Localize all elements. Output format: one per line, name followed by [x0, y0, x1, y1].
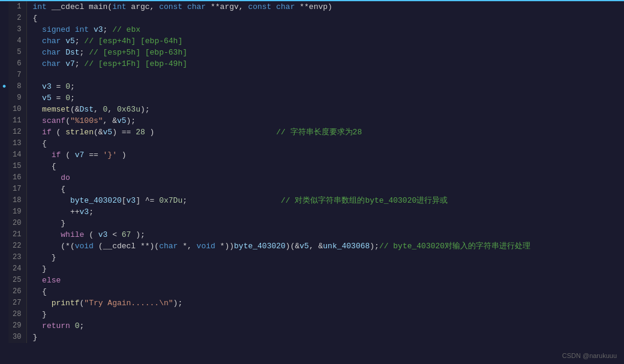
table-row: 22 (*(void (__cdecl **)(char *, void *))…	[0, 240, 624, 252]
line-number: 21	[8, 229, 26, 240]
line-content: else	[26, 275, 624, 286]
line-number: 11	[8, 115, 26, 127]
line-number: 2	[8, 13, 26, 24]
table-row: ●8 v3 = 0;	[0, 81, 624, 92]
breakpoint-dot[interactable]	[0, 275, 8, 286]
line-number: 14	[8, 149, 26, 161]
breakpoint-dot[interactable]	[0, 58, 8, 70]
table-row: 13 {	[0, 138, 624, 149]
code-table: 1int __cdecl main(int argc, const char *…	[0, 0, 624, 343]
breakpoint-dot[interactable]	[0, 47, 8, 58]
line-content: char Dst; // [esp+5h] [ebp-63h]	[26, 47, 624, 58]
line-content: }	[26, 309, 624, 320]
table-row: 16 do	[0, 172, 624, 183]
table-row: 17 {	[0, 183, 624, 195]
line-number: 26	[8, 286, 26, 297]
breakpoint-dot[interactable]	[0, 70, 8, 81]
breakpoint-dot[interactable]	[0, 24, 8, 35]
line-number: 6	[8, 58, 26, 70]
breakpoint-dot[interactable]	[0, 218, 8, 229]
line-content: v3 = 0;	[26, 81, 624, 92]
breakpoint-dot[interactable]	[0, 115, 8, 127]
table-row: 4 char v5; // [esp+4h] [ebp-64h]	[0, 35, 624, 47]
breakpoint-dot[interactable]	[0, 35, 8, 47]
line-number: 17	[8, 183, 26, 195]
table-row: 7	[0, 70, 624, 81]
line-number: 18	[8, 195, 26, 206]
line-number: 25	[8, 275, 26, 286]
breakpoint-dot[interactable]	[0, 309, 8, 320]
line-content: if ( v7 == '}' )	[26, 149, 624, 161]
breakpoint-dot[interactable]	[0, 286, 8, 297]
breakpoint-dot[interactable]	[0, 240, 8, 252]
line-content: }	[26, 263, 624, 275]
line-number: 27	[8, 297, 26, 309]
breakpoint-dot[interactable]: ●	[0, 81, 8, 92]
breakpoint-dot[interactable]	[0, 138, 8, 149]
line-content: signed int v3; // ebx	[26, 24, 624, 35]
line-content: {	[26, 183, 624, 195]
table-row: 9 v5 = 0;	[0, 92, 624, 104]
breakpoint-dot[interactable]	[0, 104, 8, 115]
table-row: 24 }	[0, 263, 624, 275]
breakpoint-dot[interactable]	[0, 206, 8, 218]
line-number: 29	[8, 320, 26, 332]
breakpoint-dot[interactable]	[0, 183, 8, 195]
line-content: }	[26, 332, 624, 343]
breakpoint-dot[interactable]	[0, 1, 8, 13]
line-number: 9	[8, 92, 26, 104]
line-content: {	[26, 286, 624, 297]
line-number: 16	[8, 172, 26, 183]
line-content: {	[26, 13, 624, 24]
line-number: 1	[8, 1, 26, 13]
breakpoint-dot[interactable]	[0, 332, 8, 343]
breakpoint-dot[interactable]	[0, 320, 8, 332]
line-content: ++v3;	[26, 206, 624, 218]
line-number: 23	[8, 252, 26, 263]
line-number: 30	[8, 332, 26, 343]
line-content: printf("Try Again......\n");	[26, 297, 624, 309]
line-number: 12	[8, 127, 26, 138]
breakpoint-dot[interactable]	[0, 127, 8, 138]
breakpoint-dot[interactable]	[0, 195, 8, 206]
table-row: 21 while ( v3 < 67 );	[0, 229, 624, 240]
line-number: 22	[8, 240, 26, 252]
breakpoint-dot[interactable]	[0, 263, 8, 275]
table-row: 6 char v7; // [esp+1Fh] [ebp-49h]	[0, 58, 624, 70]
table-row: 27 printf("Try Again......\n");	[0, 297, 624, 309]
line-content: return 0;	[26, 320, 624, 332]
line-content: scanf("%100s", &v5);	[26, 115, 624, 127]
line-number: 8	[8, 81, 26, 92]
line-content: char v5; // [esp+4h] [ebp-64h]	[26, 35, 624, 47]
table-row: 1int __cdecl main(int argc, const char *…	[0, 1, 624, 13]
line-content: (*(void (__cdecl **)(char *, void *))byt…	[26, 240, 624, 252]
line-number: 5	[8, 47, 26, 58]
table-row: 19 ++v3;	[0, 206, 624, 218]
line-content: {	[26, 161, 624, 172]
line-content: int __cdecl main(int argc, const char **…	[26, 1, 624, 13]
table-row: 20 }	[0, 218, 624, 229]
line-number: 13	[8, 138, 26, 149]
breakpoint-dot[interactable]	[0, 161, 8, 172]
breakpoint-dot[interactable]	[0, 297, 8, 309]
breakpoint-dot[interactable]	[0, 172, 8, 183]
code-editor: 1int __cdecl main(int argc, const char *…	[0, 0, 624, 364]
line-content: byte_403020[v3] ^= 0x7Du; // 对类似字符串数组的by…	[26, 195, 624, 206]
breakpoint-dot[interactable]	[0, 92, 8, 104]
line-number: 19	[8, 206, 26, 218]
breakpoint-dot[interactable]	[0, 149, 8, 161]
line-content: char v7; // [esp+1Fh] [ebp-49h]	[26, 58, 624, 70]
breakpoint-dot[interactable]	[0, 252, 8, 263]
table-row: 18 byte_403020[v3] ^= 0x7Du; // 对类似字符串数组…	[0, 195, 624, 206]
breakpoint-dot[interactable]	[0, 13, 8, 24]
line-content: do	[26, 172, 624, 183]
breakpoint-dot[interactable]	[0, 229, 8, 240]
table-row: 28 }	[0, 309, 624, 320]
table-row: 26 {	[0, 286, 624, 297]
line-content: v5 = 0;	[26, 92, 624, 104]
line-content	[26, 70, 624, 81]
line-content: if ( strlen(&v5) == 28 ) // 字符串长度要求为28	[26, 127, 624, 138]
table-row: 14 if ( v7 == '}' )	[0, 149, 624, 161]
line-content: while ( v3 < 67 );	[26, 229, 624, 240]
table-row: 11 scanf("%100s", &v5);	[0, 115, 624, 127]
